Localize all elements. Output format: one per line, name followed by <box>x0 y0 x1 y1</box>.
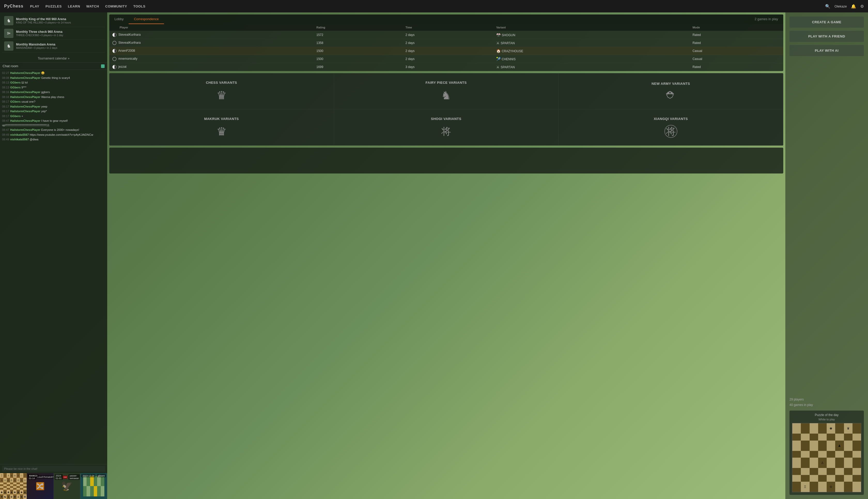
tab-lobby[interactable]: Lobby <box>109 14 129 24</box>
variant-card-new-army[interactable]: NEW ARMY VARIANTS ⛑ <box>558 73 783 109</box>
variant-card-fairy[interactable]: FAIRY PIECE VARIANTS ♞ <box>334 73 559 109</box>
lobby-row[interactable]: SteveatKurihara 1572 2 days 🎌SHOGUN Rate… <box>109 31 783 39</box>
variant-card-xiangqi[interactable]: XIANGQI VARIANTS 将 <box>558 109 783 146</box>
col-variant: Variant <box>493 24 690 31</box>
settings-icon[interactable]: ⚙ <box>860 4 864 9</box>
tab-games-in-play[interactable]: 2 games in play <box>750 14 783 24</box>
players-count: 29 players <box>790 397 864 402</box>
tournament-calendar-link[interactable]: Tournament calendar » <box>0 54 107 63</box>
variant-card-chess[interactable]: CHESS VARIANTS ♛ <box>109 73 334 109</box>
play-ai-button[interactable]: PLAY WITH AI <box>790 45 864 56</box>
chat-text: https://www.youtube.com/watch?v=pAyKJAtD… <box>30 133 93 136</box>
chat-text: yep* <box>41 110 47 113</box>
puzzle-cell <box>809 482 818 492</box>
tournament-item[interactable]: ♞ Monthly Mansindam Arena MANSINDAM • 0 … <box>2 40 105 52</box>
chat-message: 08:17HailstormChessPlayer yeep <box>2 105 105 109</box>
chess-board-thumb[interactable]: ♖♘♗♕♔♗♘♖♙♙♙♙♙♙♙♙♟♟♟♟♟♟♟♟♜♞♝♛♚♝♞♜ <box>0 473 27 499</box>
puzzle-cell <box>818 468 827 475</box>
notification-icon[interactable]: 🔔 <box>851 4 856 9</box>
puzzle-cell: ♚ <box>827 423 835 434</box>
chat-room: Chat room 02:27HailstormChessPlayer 😄08:… <box>0 63 107 473</box>
nav-play[interactable]: PLAY <box>30 3 40 9</box>
left-sidebar: ♞ Monthly King of the Hill 960 Arena KIN… <box>0 12 107 499</box>
cell-variant: 🎌SHOGUN <box>493 31 690 39</box>
cell-mode: Casual <box>690 47 783 55</box>
tournament-item[interactable]: 3+ Monthly Three check 960 Arena THREE-C… <box>2 27 105 40</box>
puzzle-cell <box>792 482 801 492</box>
video-row <box>109 148 783 173</box>
chat-message: 08:17HailstormChessPlayer yep* <box>2 109 105 113</box>
col-mode: Mode <box>690 24 783 31</box>
chat-username: nishikata5567 <box>10 138 29 141</box>
chat-username: HailstormChessPlayer <box>10 105 40 108</box>
chat-time: 02:27 <box>2 71 9 74</box>
chat-username: GGbers <box>10 114 21 118</box>
variant-name: SHOGI VARIANTS <box>431 117 461 121</box>
col-time: Time <box>402 24 493 31</box>
variant-icon: ⚔ <box>496 41 500 45</box>
play-friend-button[interactable]: PLAY WITH A FRIEND <box>790 31 864 42</box>
cell-player: SteveatKurihara <box>109 39 313 47</box>
chat-message: 02:27HailstormChessPlayer 😄 <box>2 71 105 75</box>
puzzle-cell <box>801 423 809 434</box>
nav-watch[interactable]: WATCH <box>86 3 99 9</box>
chat-time: 08:17 <box>2 110 9 113</box>
cell-variant: ⚔SPARTAN <box>493 39 690 47</box>
chat-text: + <box>22 114 23 118</box>
puzzle-cell <box>827 434 835 440</box>
puzzle-cell: ♙ <box>818 458 827 468</box>
puzzle-cell <box>809 434 818 440</box>
lobby-table-header: Player Rating Time Variant Mode <box>109 24 783 31</box>
tournament-icon: 3+ <box>4 29 13 38</box>
username[interactable]: Olekaze <box>834 4 847 8</box>
create-game-button[interactable]: CREATE A GAME <box>790 16 864 28</box>
video-thumb-1[interactable]: 🔀 2024-01-14 CouchTomato87 XIANG0 <box>27 473 54 499</box>
puzzle-cell: ♟ <box>835 441 844 451</box>
puzzle-cell <box>818 475 827 482</box>
chat-message: 08:13GGbers 9*** <box>2 85 105 90</box>
nav-tools[interactable]: TOOLS <box>133 3 146 9</box>
lobby-tabs: Lobby Correspondence 2 games in play <box>109 14 783 24</box>
variant-icon: 🎌 <box>496 33 501 37</box>
tab-correspondence[interactable]: Correspondence <box>129 14 164 24</box>
cell-mode: Rated <box>690 31 783 39</box>
puzzle-cell <box>801 475 809 482</box>
video-date: 2023-12-24 <box>81 474 95 477</box>
variant-card-makruk[interactable]: MAKRUK VARIANTS ♛ <box>109 109 334 146</box>
puzzle-cell <box>792 458 801 468</box>
puzzle-cell <box>809 441 818 451</box>
nav-community[interactable]: COMMUNITY <box>105 3 128 9</box>
puzzle-cell <box>827 458 835 468</box>
puzzle-board[interactable]: ♚♛♟♙♖♔ <box>792 423 861 492</box>
chat-time: 08:16 <box>2 95 9 98</box>
lobby-row[interactable]: ArsenF2008 1500 2 days 🏠CRAZYHOUSE Casua… <box>109 47 783 55</box>
nav-learn[interactable]: LEARN <box>67 3 80 9</box>
chat-username: HailstormChessPlayer <box>10 76 40 80</box>
chat-message: 08:13GGbers Ш lol <box>2 81 105 85</box>
chat-input[interactable] <box>2 466 105 472</box>
lobby-row[interactable]: jezzat 1699 3 days ⚔SPARTAN Rated <box>109 63 783 71</box>
puzzle-cell: ♛ <box>844 423 853 434</box>
lobby-row[interactable]: mnemonically 1500 2 days 🎾CHENNIS Casual <box>109 55 783 63</box>
puzzle-cell <box>835 475 844 482</box>
video-thumb-2[interactable]: 🦅 2024-01-01 GM yasser-seirawan <box>54 473 80 499</box>
puzzle-cell <box>835 423 844 434</box>
puzzle-cell <box>853 434 861 440</box>
puzzle-cell <box>809 468 818 475</box>
video-thumb-3[interactable]: 2023-12-24 gbtami <box>80 473 107 499</box>
variant-card-shogi[interactable]: SHOGI VARIANTS 将 <box>334 109 559 146</box>
puzzle-cell: ♖ <box>801 482 809 492</box>
puzzle-cell <box>792 451 801 458</box>
puzzle-cell <box>835 458 844 468</box>
col-player: Player <box>109 24 313 31</box>
puzzle-cell <box>844 458 853 468</box>
tournament-item[interactable]: ♞ Monthly King of the Hill 960 Arena KIN… <box>2 14 105 27</box>
variant-icon: ⚔ <box>496 65 500 69</box>
tournament-icon: ♞ <box>4 41 13 51</box>
chat-message: 08:17GGbers usual one? <box>2 99 105 104</box>
nav-puzzles[interactable]: PUZZLES <box>45 3 62 9</box>
lobby-row[interactable]: SteveatKurihara 1358 2 days ⚔SPARTAN Rat… <box>109 39 783 47</box>
puzzle-cell <box>792 434 801 440</box>
search-icon[interactable]: 🔍 <box>825 4 830 9</box>
chat-text: 9*** <box>22 86 26 89</box>
